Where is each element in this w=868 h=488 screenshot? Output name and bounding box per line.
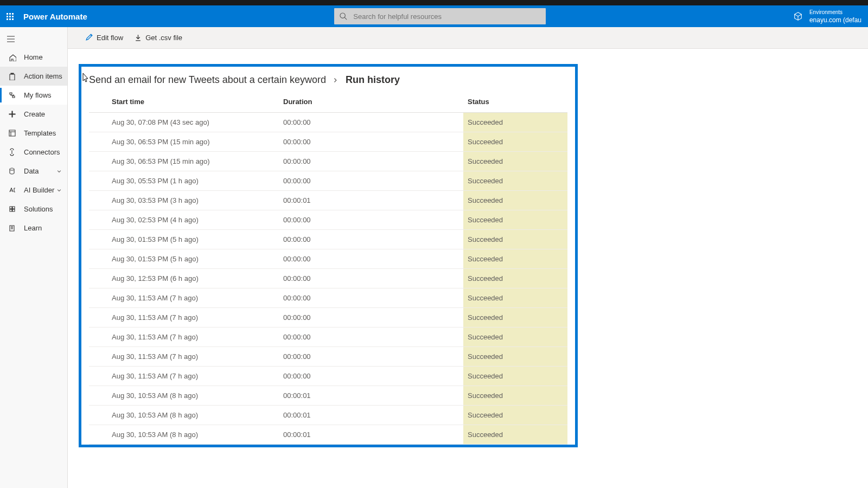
plus-icon bbox=[7, 110, 17, 118]
app-header: Power Automate Environments enayu.com (d… bbox=[0, 5, 868, 27]
command-bar: Edit flow Get .csv file bbox=[68, 27, 868, 49]
cell-duration: 00:00:00 bbox=[279, 152, 463, 171]
table-row[interactable]: Aug 30, 02:53 PM (4 h ago)00:00:00Succee… bbox=[89, 210, 567, 230]
cell-status: Succeeded bbox=[463, 171, 567, 191]
table-row[interactable]: Aug 30, 11:53 AM (7 h ago)00:00:00Succee… bbox=[89, 367, 567, 386]
sidebar-item-templates[interactable]: Templates bbox=[0, 124, 67, 143]
cell-start-time: Aug 30, 10:53 AM (8 h ago) bbox=[89, 425, 279, 445]
environment-picker[interactable]: Environments enayu.com (defau bbox=[793, 9, 861, 24]
sidebar-item-label: Home bbox=[24, 53, 43, 61]
table-row[interactable]: Aug 30, 10:53 AM (8 h ago)00:00:01Succee… bbox=[89, 386, 567, 406]
get-csv-label: Get .csv file bbox=[145, 34, 182, 42]
table-row[interactable]: Aug 30, 06:53 PM (15 min ago)00:00:00Suc… bbox=[89, 152, 567, 171]
table-row[interactable]: Aug 30, 01:53 PM (5 h ago)00:00:00Succee… bbox=[89, 249, 567, 269]
hamburger-icon bbox=[7, 35, 15, 43]
sidebar-item-label: AI Builder bbox=[24, 186, 54, 194]
app-launcher-icon[interactable] bbox=[7, 13, 14, 20]
cell-start-time: Aug 30, 11:53 AM (7 h ago) bbox=[89, 328, 279, 347]
col-header-status[interactable]: Status bbox=[463, 91, 567, 113]
cell-duration: 00:00:01 bbox=[279, 406, 463, 425]
cell-duration: 00:00:00 bbox=[279, 288, 463, 308]
sidebar-item-data[interactable]: Data bbox=[0, 162, 67, 181]
environment-value: enayu.com (defau bbox=[809, 16, 861, 24]
cell-duration: 00:00:01 bbox=[279, 191, 463, 210]
table-row[interactable]: Aug 30, 11:53 AM (7 h ago)00:00:00Succee… bbox=[89, 288, 567, 308]
cell-status: Succeeded bbox=[463, 249, 567, 269]
sidebar-toggle[interactable] bbox=[0, 30, 67, 48]
edit-flow-label: Edit flow bbox=[97, 34, 123, 42]
run-history-panel: Send an email for new Tweets about a cer… bbox=[79, 64, 578, 447]
cell-duration: 00:00:00 bbox=[279, 328, 463, 347]
sidebar-item-label: My flows bbox=[24, 91, 52, 99]
cell-status: Succeeded bbox=[463, 328, 567, 347]
breadcrumb: Send an email for new Tweets about a cer… bbox=[89, 74, 567, 86]
table-row[interactable]: Aug 30, 10:53 AM (8 h ago)00:00:01Succee… bbox=[89, 406, 567, 425]
cell-status: Succeeded bbox=[463, 308, 567, 328]
cell-start-time: Aug 30, 11:53 AM (7 h ago) bbox=[89, 367, 279, 386]
cell-duration: 00:00:00 bbox=[279, 230, 463, 249]
table-row[interactable]: Aug 30, 11:53 AM (7 h ago)00:00:00Succee… bbox=[89, 308, 567, 328]
cell-duration: 00:00:00 bbox=[279, 210, 463, 230]
table-row[interactable]: Aug 30, 03:53 PM (3 h ago)00:00:01Succee… bbox=[89, 191, 567, 210]
cell-status: Succeeded bbox=[463, 230, 567, 249]
sidebar-item-solutions[interactable]: Solutions bbox=[0, 200, 67, 219]
sidebar-item-learn[interactable]: Learn bbox=[0, 219, 67, 237]
cell-status: Succeeded bbox=[463, 152, 567, 171]
sidebar: HomeAction itemsMy flowsCreateTemplatesC… bbox=[0, 27, 68, 488]
cell-start-time: Aug 30, 10:53 AM (8 h ago) bbox=[89, 406, 279, 425]
edit-flow-button[interactable]: Edit flow bbox=[85, 34, 123, 42]
cell-start-time: Aug 30, 11:53 AM (7 h ago) bbox=[89, 308, 279, 328]
sidebar-item-connectors[interactable]: Connectors bbox=[0, 143, 67, 162]
chevron-right-icon bbox=[333, 77, 339, 84]
sidebar-item-action-items[interactable]: Action items bbox=[0, 67, 67, 86]
sidebar-item-label: Learn bbox=[24, 224, 42, 232]
cell-status: Succeeded bbox=[463, 132, 567, 152]
cell-start-time: Aug 30, 01:53 PM (5 h ago) bbox=[89, 249, 279, 269]
sidebar-item-ai-builder[interactable]: AI Builder bbox=[0, 181, 67, 200]
cell-status: Succeeded bbox=[463, 347, 567, 367]
cell-start-time: Aug 30, 03:53 PM (3 h ago) bbox=[89, 191, 279, 210]
cell-start-time: Aug 30, 12:53 PM (6 h ago) bbox=[89, 269, 279, 288]
cell-duration: 00:00:00 bbox=[279, 113, 463, 132]
cell-duration: 00:00:00 bbox=[279, 269, 463, 288]
table-row[interactable]: Aug 30, 10:53 AM (8 h ago)00:00:01Succee… bbox=[89, 425, 567, 445]
search-input[interactable] bbox=[353, 12, 540, 21]
table-row[interactable]: Aug 30, 01:53 PM (5 h ago)00:00:00Succee… bbox=[89, 230, 567, 249]
cell-duration: 00:00:00 bbox=[279, 308, 463, 328]
table-row[interactable]: Aug 30, 06:53 PM (15 min ago)00:00:00Suc… bbox=[89, 132, 567, 152]
main-area: Edit flow Get .csv file Send an email fo… bbox=[68, 27, 868, 488]
sidebar-item-home[interactable]: Home bbox=[0, 48, 67, 67]
cell-status: Succeeded bbox=[463, 113, 567, 132]
brand-title: Power Automate bbox=[23, 12, 87, 21]
environment-text: Environments enayu.com (defau bbox=[809, 9, 861, 24]
table-row[interactable]: Aug 30, 07:08 PM (43 sec ago)00:00:00Suc… bbox=[89, 113, 567, 132]
table-row[interactable]: Aug 30, 12:53 PM (6 h ago)00:00:00Succee… bbox=[89, 269, 567, 288]
get-csv-button[interactable]: Get .csv file bbox=[134, 34, 182, 42]
solutions-icon bbox=[7, 205, 17, 213]
cell-duration: 00:00:00 bbox=[279, 132, 463, 152]
table-row[interactable]: Aug 30, 05:53 PM (1 h ago)00:00:00Succee… bbox=[89, 171, 567, 191]
download-icon bbox=[134, 34, 142, 42]
cell-start-time: Aug 30, 06:53 PM (15 min ago) bbox=[89, 152, 279, 171]
environment-icon bbox=[793, 11, 803, 21]
sidebar-item-my-flows[interactable]: My flows bbox=[0, 86, 67, 105]
sidebar-item-create[interactable]: Create bbox=[0, 105, 67, 124]
cell-start-time: Aug 30, 07:08 PM (43 sec ago) bbox=[89, 113, 279, 132]
clipboard-icon bbox=[7, 72, 17, 80]
breadcrumb-flow-name[interactable]: Send an email for new Tweets about a cer… bbox=[89, 74, 326, 86]
sidebar-item-label: Connectors bbox=[24, 148, 60, 156]
home-icon bbox=[7, 53, 17, 61]
cell-status: Succeeded bbox=[463, 425, 567, 445]
cell-start-time: Aug 30, 10:53 AM (8 h ago) bbox=[89, 386, 279, 406]
col-header-duration[interactable]: Duration bbox=[279, 91, 463, 113]
cell-start-time: Aug 30, 05:53 PM (1 h ago) bbox=[89, 171, 279, 191]
chevron-down-icon bbox=[56, 188, 62, 193]
table-row[interactable]: Aug 30, 11:53 AM (7 h ago)00:00:00Succee… bbox=[89, 347, 567, 367]
cell-status: Succeeded bbox=[463, 269, 567, 288]
cell-status: Succeeded bbox=[463, 210, 567, 230]
sidebar-item-label: Create bbox=[24, 110, 45, 118]
col-header-start[interactable]: Start time bbox=[89, 91, 279, 113]
table-row[interactable]: Aug 30, 11:53 AM (7 h ago)00:00:00Succee… bbox=[89, 328, 567, 347]
search-box[interactable] bbox=[334, 8, 546, 24]
cell-status: Succeeded bbox=[463, 191, 567, 210]
